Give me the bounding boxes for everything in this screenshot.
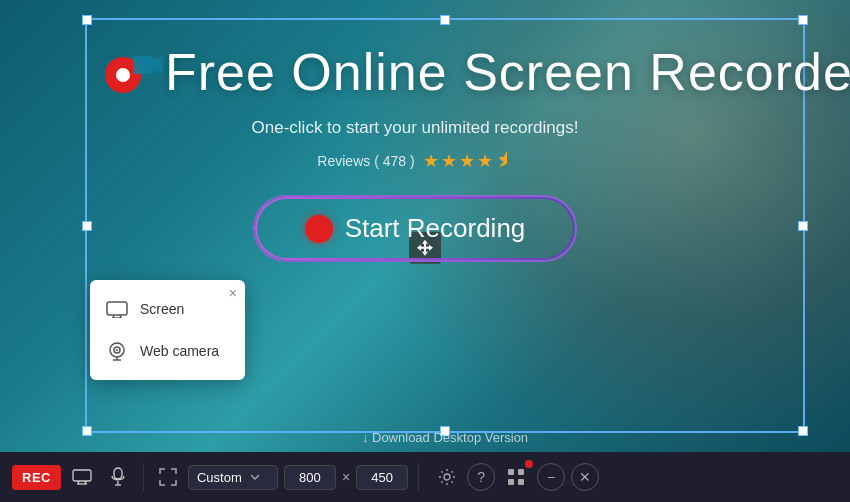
logo-icon [105,50,165,100]
bottom-toolbar: REC Custom [0,452,850,502]
expand-button[interactable] [154,463,182,491]
start-recording-button[interactable]: Start Recording [253,195,578,262]
star-3: ★ [459,150,475,172]
popup-item-webcam[interactable]: Web camera [90,330,245,372]
svg-rect-1 [133,56,153,74]
reviews-section: Reviews ( 478 ) ★ ★ ★ ★ ⯨ [0,150,830,172]
toolbar-right-controls: ? − ✕ [433,462,599,492]
minimize-button[interactable]: − [537,463,565,491]
app-logo [105,50,165,100]
download-label: ↓ Download Desktop Version [362,430,528,445]
main-title: Free Online Screen Recorder [165,42,850,102]
height-input[interactable] [356,465,408,490]
notification-dot [525,460,533,468]
svg-rect-3 [107,302,127,315]
svg-rect-16 [114,468,122,479]
width-input[interactable] [284,465,336,490]
webcam-icon [106,340,128,362]
mic-button[interactable] [103,462,133,492]
separator-2 [418,463,419,491]
rec-button[interactable]: REC [12,465,61,490]
popup-item-screen[interactable]: Screen [90,288,245,330]
start-button-container: Start Recording [0,195,830,262]
reviews-text: Reviews ( 478 ) [317,153,414,169]
svg-rect-12 [73,470,91,481]
screen-capture-toolbar-btn[interactable] [67,462,97,492]
source-popup-menu: × Screen Web camera [90,280,245,380]
svg-rect-23 [518,479,524,485]
svg-marker-2 [153,56,163,74]
screen-label: Screen [140,301,184,317]
logo-camera-icon [133,52,163,78]
start-button-label: Start Recording [345,213,526,244]
star-rating: ★ ★ ★ ★ ⯨ [423,150,513,172]
star-4: ★ [477,150,493,172]
mic-area [103,462,133,492]
subtitle: One-click to start your unlimited record… [0,118,830,138]
resolution-dropdown-label: Custom [197,470,242,485]
svg-point-9 [116,349,118,351]
screen-icon [106,298,128,320]
separator-1 [143,463,144,491]
svg-point-19 [444,474,450,480]
svg-rect-20 [508,469,514,475]
star-half: ⯨ [495,150,513,172]
webcam-label: Web camera [140,343,219,359]
resolution-dropdown[interactable]: Custom [188,465,278,490]
dimension-separator: × [342,469,350,485]
star-1: ★ [423,150,439,172]
download-bar[interactable]: ↓ Download Desktop Version [85,430,805,445]
handle-top-right[interactable] [798,15,808,25]
popup-close-button[interactable]: × [229,286,237,300]
svg-rect-21 [518,469,524,475]
handle-top-mid[interactable] [440,15,450,25]
star-2: ★ [441,150,457,172]
settings-button[interactable] [433,463,461,491]
close-button[interactable]: ✕ [571,463,599,491]
logo-inner-circle [116,68,130,82]
help-button[interactable]: ? [467,463,495,491]
svg-rect-22 [508,479,514,485]
record-dot-icon [305,215,333,243]
app-grid-wrapper [501,462,531,492]
handle-top-left[interactable] [82,15,92,25]
